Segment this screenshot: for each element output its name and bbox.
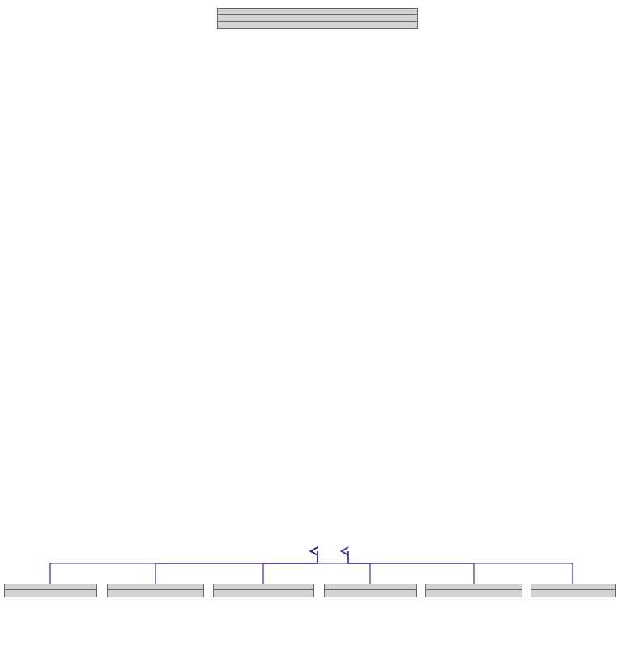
dsipro-box [324,584,417,597]
device-box [217,8,418,29]
dsicolorii-title [108,584,203,590]
device-attributes [218,15,417,22]
dsicolorii-box [107,584,204,597]
arrows-svg [0,0,618,672]
dsiprolll-title [531,584,615,590]
dsiprolll-box [531,584,616,597]
dsicoloriii-methods [214,590,313,597]
dsiproll-title [426,584,522,590]
dsicolorii-methods [108,590,203,597]
dsiproll-methods [426,590,522,597]
dsiproll-box [425,584,522,597]
dsipro-title [325,584,416,590]
dsicoloriii-box [213,584,314,597]
dsicoloriii-title [214,584,313,590]
diagram-container [0,0,618,672]
device-title [218,9,417,15]
dsiprolll-methods [531,590,615,597]
dsipro-methods [325,590,416,597]
dsicolor-title [5,584,96,590]
dsicolor-methods [5,590,96,597]
device-methods [218,22,417,28]
dsicolor-box [4,584,97,597]
